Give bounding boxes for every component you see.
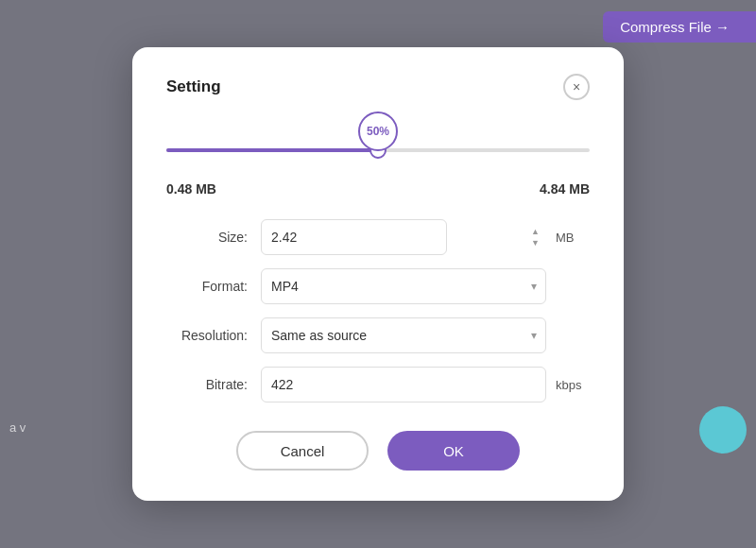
- bitrate-label: Bitrate:: [166, 377, 261, 392]
- format-select[interactable]: MP4 AVI MOV MKV WMV: [261, 268, 546, 304]
- slider-fill: [166, 148, 378, 152]
- bitrate-input[interactable]: [261, 367, 546, 402]
- button-row: Cancel OK: [166, 431, 590, 471]
- slider-range: 0.48 MB 4.84 MB: [166, 181, 590, 197]
- background-text-left: a v: [9, 420, 26, 435]
- ok-button[interactable]: OK: [387, 431, 520, 471]
- format-label: Format:: [166, 279, 261, 294]
- resolution-select-wrapper: Same as source 1080p 720p 480p 360p ▾: [261, 317, 546, 353]
- size-spinner-buttons: ▲ ▼: [528, 227, 542, 248]
- bitrate-row: Bitrate: kbps: [166, 367, 590, 402]
- cancel-button[interactable]: Cancel: [236, 431, 369, 471]
- slider-wrapper[interactable]: 50%: [166, 127, 590, 174]
- background-circle-decoration: [699, 406, 747, 454]
- size-decrement-button[interactable]: ▼: [528, 238, 542, 248]
- size-input[interactable]: [261, 219, 447, 255]
- slider-track: 50%: [166, 148, 590, 152]
- format-select-wrapper: MP4 AVI MOV MKV WMV ▾: [261, 268, 546, 304]
- resolution-control-wrapper: Same as source 1080p 720p 480p 360p ▾: [261, 317, 590, 353]
- resolution-label: Resolution:: [166, 328, 261, 343]
- size-label: Size:: [166, 230, 261, 245]
- form-section: Size: ▲ ▼ MB Format: MP4 AVI: [166, 219, 590, 402]
- size-increment-button[interactable]: ▲: [528, 227, 542, 237]
- modal-title: Setting: [166, 77, 221, 96]
- modal-header: Setting ×: [166, 74, 590, 100]
- size-row: Size: ▲ ▼ MB: [166, 219, 590, 255]
- settings-modal: Setting × 50% 0.48 MB 4.84 MB Size:: [132, 47, 624, 501]
- resolution-row: Resolution: Same as source 1080p 720p 48…: [166, 317, 590, 353]
- slider-section: 50% 0.48 MB 4.84 MB: [166, 127, 590, 197]
- bitrate-control-wrapper: kbps: [261, 367, 590, 402]
- slider-percentage-label: 50%: [358, 111, 398, 151]
- close-button[interactable]: ×: [563, 74, 590, 100]
- slider-max-label: 4.84 MB: [540, 181, 590, 197]
- format-row: Format: MP4 AVI MOV MKV WMV ▾: [166, 268, 590, 304]
- format-control-wrapper: MP4 AVI MOV MKV WMV ▾: [261, 268, 590, 304]
- resolution-select[interactable]: Same as source 1080p 720p 480p 360p: [261, 317, 546, 353]
- size-control-wrapper: ▲ ▼ MB: [261, 219, 590, 255]
- size-spinner-wrapper: ▲ ▼: [261, 219, 546, 255]
- slider-min-label: 0.48 MB: [166, 181, 216, 197]
- size-unit: MB: [556, 231, 590, 245]
- bitrate-unit: kbps: [556, 378, 590, 392]
- slider-thumb[interactable]: 50%: [369, 142, 387, 159]
- compress-file-button: Compress File →: [603, 11, 756, 43]
